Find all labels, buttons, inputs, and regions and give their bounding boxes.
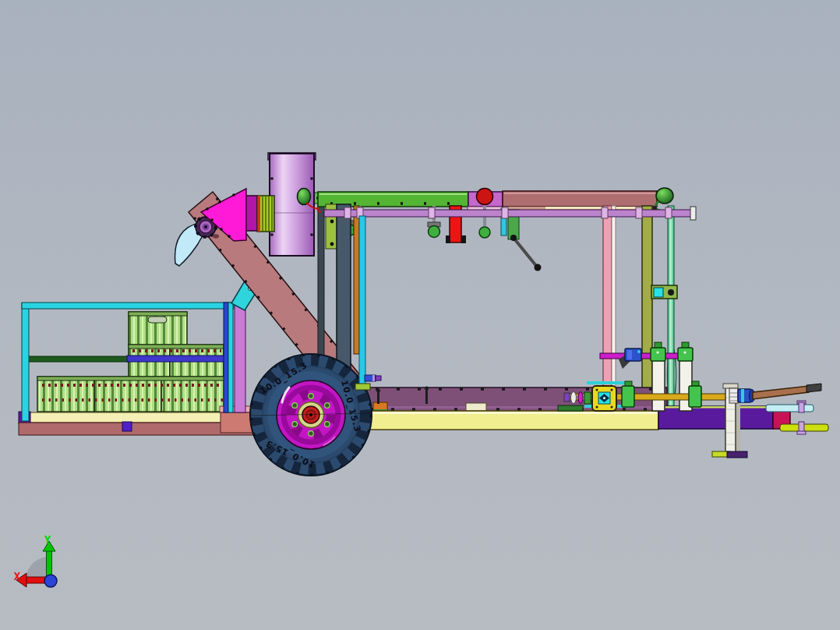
wheel-assembly[interactable]: 10.0_15.3 10.0_15.3 10.0_15.3 (250, 354, 372, 476)
tension-rod-end (535, 264, 542, 271)
post-red-cap (446, 235, 450, 243)
deck-pin (425, 389, 428, 404)
sensor-hole (668, 289, 674, 296)
roller-wheel (479, 227, 490, 238)
plate-bolt (330, 220, 334, 224)
y-axis-label: Y (44, 533, 51, 546)
stub-band (372, 375, 375, 381)
post-orchid (235, 306, 245, 412)
platform-deck-cream (23, 412, 242, 423)
deck-pin-head (376, 389, 380, 393)
cage-post-left (22, 303, 29, 421)
feed-red-band (258, 196, 260, 232)
pto-shaft-tip (806, 384, 821, 392)
cage-post-right-cyan (228, 303, 233, 412)
gearbox-foot (558, 405, 583, 411)
feed-cylinder-purple (245, 196, 257, 231)
motor-port (637, 350, 641, 353)
deck-pin-head (425, 387, 429, 391)
gearbox (592, 386, 616, 411)
crate (94, 377, 161, 412)
jack-foot (727, 451, 747, 458)
tension-rod-end (510, 235, 517, 241)
crate (37, 377, 94, 412)
crate-handle-hole (148, 317, 167, 323)
rod-end-cap (690, 207, 696, 220)
drive-pulley-red (477, 189, 493, 205)
roller-wheel (429, 226, 440, 238)
cad-viewport[interactable]: Y X (0, 0, 840, 630)
jack-top-cap (723, 384, 738, 388)
cage-post-right-blue (224, 303, 228, 412)
motor-highlight (627, 350, 632, 359)
platform-clip (122, 422, 132, 431)
tail-lamp-icon (656, 188, 673, 204)
top-frame[interactable] (318, 188, 673, 211)
plate-bolt (330, 242, 334, 246)
drawbar-purple (658, 406, 773, 429)
post-cyan-foot (355, 384, 370, 390)
deck-pin (377, 391, 379, 404)
y-axis-arrow (47, 550, 52, 577)
post-graphite (318, 204, 324, 368)
x-axis-arrow (26, 577, 47, 583)
crate (161, 377, 226, 412)
post-red-cap (461, 235, 466, 243)
viewport-background (0, 0, 840, 630)
post-olive (642, 206, 652, 411)
rail-indigo (127, 356, 232, 362)
post-teal (668, 206, 674, 406)
cylinder-white (652, 359, 665, 411)
sensor-window (654, 288, 663, 297)
post-cyan-small (359, 216, 365, 385)
drawbar-top-line (658, 406, 773, 409)
stub-tip (376, 376, 381, 380)
x-axis-label: X (14, 570, 21, 582)
plate-hole (213, 234, 219, 239)
cage-rail-top (22, 303, 234, 309)
post-orange (354, 206, 359, 354)
rear-rail-green (26, 356, 129, 362)
z-axis-dot (44, 575, 57, 587)
hitch-plate-cyan (766, 405, 814, 412)
deck-block-cream (466, 403, 486, 411)
pto-joint-band (741, 389, 744, 402)
motor-dome-icon (298, 189, 311, 205)
